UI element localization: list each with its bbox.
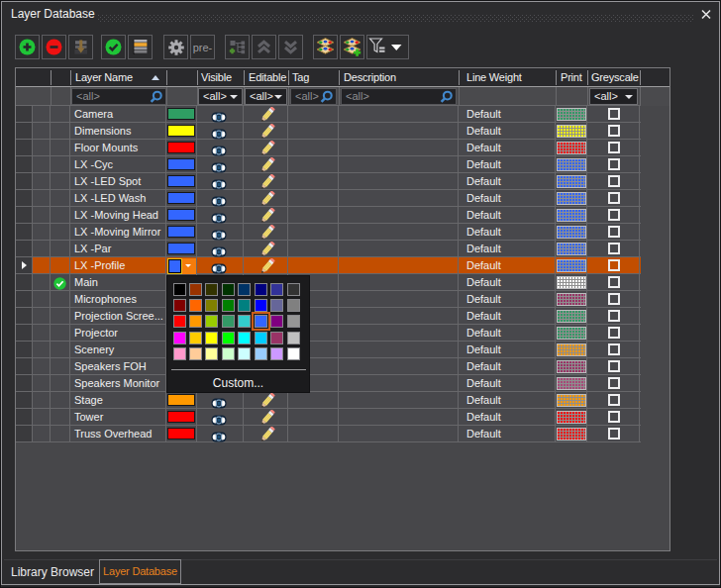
print-pattern-swatch[interactable] bbox=[557, 310, 586, 323]
line-weight-value[interactable]: Default bbox=[466, 428, 501, 440]
visible-eye-icon[interactable] bbox=[211, 429, 227, 446]
custom-color-button[interactable]: Custom... bbox=[167, 376, 309, 390]
print-pattern-swatch[interactable] bbox=[557, 209, 586, 222]
print-pattern-swatch[interactable] bbox=[557, 377, 586, 390]
layer-name-text[interactable]: Dimensions bbox=[74, 125, 131, 137]
greyscale-checkbox[interactable] bbox=[608, 276, 620, 288]
title-bar[interactable]: Layer Database bbox=[4, 4, 717, 24]
layer-name-text[interactable]: Speakers FOH bbox=[74, 360, 147, 372]
color-swatch[interactable] bbox=[167, 258, 182, 274]
line-weight-value[interactable]: Default bbox=[466, 276, 501, 288]
print-pattern-swatch[interactable] bbox=[557, 175, 586, 188]
palette-color-swatch[interactable] bbox=[173, 332, 186, 344]
layer-name-text[interactable]: LX -Profile bbox=[74, 259, 125, 271]
palette-color-swatch[interactable] bbox=[238, 332, 251, 344]
table-row-tower[interactable]: TowerDefault bbox=[16, 409, 641, 426]
table-row-stage[interactable]: StageDefault bbox=[16, 392, 641, 409]
line-weight-value[interactable]: Default bbox=[466, 259, 501, 271]
greyscale-checkbox[interactable] bbox=[608, 192, 620, 204]
palette-color-swatch[interactable] bbox=[287, 332, 300, 344]
palette-color-swatch[interactable] bbox=[205, 299, 218, 312]
print-pattern-swatch[interactable] bbox=[557, 192, 586, 205]
palette-color-swatch[interactable] bbox=[222, 283, 235, 296]
color-swatch[interactable] bbox=[167, 209, 195, 221]
layer-name-text[interactable]: Camera bbox=[74, 108, 113, 120]
filter-editable[interactable]: <all> bbox=[245, 88, 287, 105]
color-swatch[interactable] bbox=[167, 175, 195, 187]
greyscale-checkbox[interactable] bbox=[608, 158, 620, 170]
line-weight-value[interactable]: Default bbox=[466, 327, 501, 339]
layer-name-text[interactable]: Tower bbox=[74, 411, 103, 423]
print-pattern-swatch[interactable] bbox=[557, 428, 586, 441]
column-header-tag[interactable]: Tag bbox=[292, 71, 309, 83]
palette-color-swatch[interactable] bbox=[189, 299, 202, 312]
editable-pencil-icon[interactable] bbox=[258, 427, 276, 446]
color-swatch[interactable] bbox=[167, 192, 195, 204]
color-swatch[interactable] bbox=[167, 158, 195, 170]
palette-color-swatch[interactable] bbox=[173, 347, 186, 360]
column-header-line-weight[interactable]: Line Weight bbox=[466, 71, 522, 83]
greyscale-checkbox[interactable] bbox=[608, 411, 620, 423]
print-pattern-swatch[interactable] bbox=[557, 226, 586, 239]
line-weight-value[interactable]: Default bbox=[466, 175, 501, 187]
greyscale-checkbox[interactable] bbox=[608, 142, 620, 153]
filter-visible[interactable]: <all> bbox=[198, 88, 243, 105]
line-weight-value[interactable]: Default bbox=[466, 142, 501, 153]
line-weight-value[interactable]: Default bbox=[466, 293, 501, 305]
filter-button[interactable] bbox=[366, 35, 409, 59]
palette-color-swatch[interactable] bbox=[205, 332, 218, 344]
layer-name-text[interactable]: LX -LED Spot bbox=[74, 175, 141, 187]
move-up-button[interactable] bbox=[252, 35, 276, 59]
line-weight-value[interactable]: Default bbox=[466, 343, 501, 355]
palette-color-swatch[interactable] bbox=[222, 315, 235, 328]
assign-to-layer-button[interactable] bbox=[68, 35, 93, 59]
color-swatch[interactable] bbox=[167, 428, 195, 440]
column-header-visible[interactable]: Visible bbox=[201, 71, 232, 83]
column-header-description[interactable]: Description bbox=[344, 71, 396, 83]
line-weight-value[interactable]: Default bbox=[466, 209, 501, 221]
table-row-lx-cyc[interactable]: LX -CycDefault bbox=[16, 156, 641, 173]
greyscale-checkbox[interactable] bbox=[608, 394, 620, 406]
palette-color-swatch[interactable] bbox=[270, 332, 283, 344]
table-row-lx-led-wash[interactable]: LX -LED WashDefault bbox=[16, 190, 641, 207]
greyscale-checkbox[interactable] bbox=[608, 243, 620, 254]
filter-tag[interactable]: <all> bbox=[290, 88, 337, 105]
line-weight-value[interactable]: Default bbox=[466, 394, 501, 406]
line-weight-value[interactable]: Default bbox=[466, 360, 501, 372]
greyscale-checkbox[interactable] bbox=[608, 209, 620, 221]
palette-color-swatch[interactable] bbox=[205, 315, 218, 328]
table-row-lx-moving-head[interactable]: LX -Moving HeadDefault bbox=[16, 207, 641, 224]
greyscale-checkbox[interactable] bbox=[608, 259, 620, 271]
greyscale-checkbox[interactable] bbox=[608, 125, 620, 137]
column-header-layer-name[interactable]: Layer Name bbox=[75, 71, 133, 83]
activate-layer-button[interactable] bbox=[101, 35, 126, 59]
layer-name-text[interactable]: Projection Scree... bbox=[74, 310, 163, 322]
palette-color-swatch[interactable] bbox=[238, 299, 251, 312]
print-pattern-swatch[interactable] bbox=[557, 327, 586, 340]
palette-color-swatch[interactable] bbox=[222, 332, 235, 344]
filter-greyscale[interactable]: <all> bbox=[589, 88, 638, 105]
layer-name-text[interactable]: LX -Moving Head bbox=[74, 209, 158, 221]
palette-color-swatch[interactable] bbox=[287, 347, 300, 360]
palette-color-swatch[interactable] bbox=[255, 315, 267, 328]
palette-color-swatch[interactable] bbox=[255, 299, 267, 312]
table-row-camera[interactable]: CameraDefault bbox=[16, 106, 641, 123]
print-pattern-swatch[interactable] bbox=[557, 142, 586, 154]
line-weight-value[interactable]: Default bbox=[466, 310, 501, 322]
greyscale-checkbox[interactable] bbox=[608, 377, 620, 389]
palette-color-swatch[interactable] bbox=[270, 315, 283, 328]
table-row-lx-moving-mirror[interactable]: LX -Moving MirrorDefault bbox=[16, 224, 641, 241]
palette-color-swatch[interactable] bbox=[270, 299, 283, 312]
greyscale-checkbox[interactable] bbox=[608, 310, 620, 322]
table-row-dimensions[interactable]: DimensionsDefault bbox=[16, 123, 641, 140]
palette-color-swatch[interactable] bbox=[205, 347, 218, 360]
table-row-truss-overhead[interactable]: Truss OverheadDefault bbox=[16, 426, 641, 442]
line-weight-value[interactable]: Default bbox=[466, 411, 501, 423]
palette-color-swatch[interactable] bbox=[287, 283, 300, 296]
layer-name-text[interactable]: Truss Overhead bbox=[74, 428, 152, 440]
new-layer-button[interactable] bbox=[15, 35, 40, 59]
greyscale-checkbox[interactable] bbox=[608, 293, 620, 305]
palette-color-swatch[interactable] bbox=[287, 299, 300, 312]
palette-color-swatch[interactable] bbox=[189, 332, 202, 344]
palette-color-swatch[interactable] bbox=[270, 283, 283, 296]
